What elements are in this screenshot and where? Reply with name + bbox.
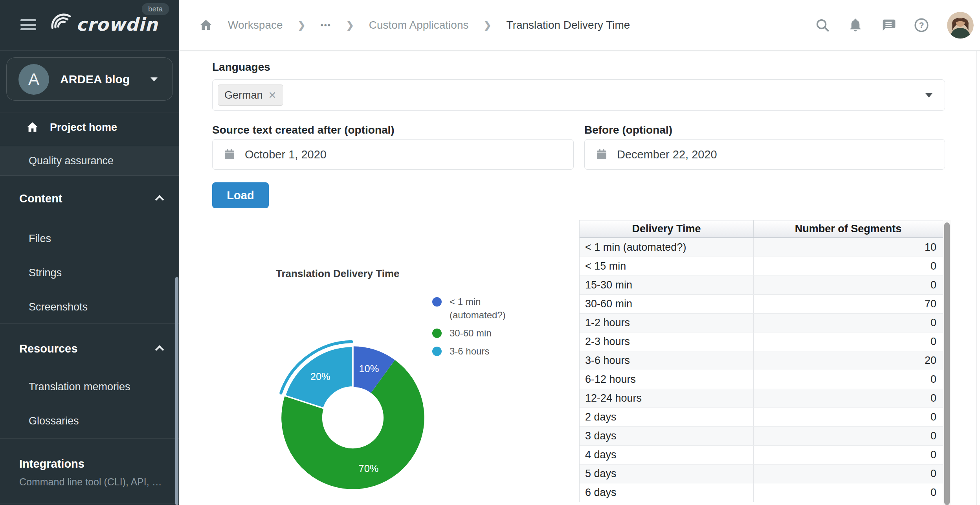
table-row[interactable]: 12-24 hours0	[580, 389, 943, 408]
cell-segments: 0	[754, 446, 943, 464]
legend-item: < 1 min (automated?)	[432, 295, 506, 322]
before-value: December 22, 2020	[617, 148, 717, 161]
created-after-label: Source text created after (optional)	[212, 124, 395, 136]
chevron-down-icon	[150, 77, 158, 81]
chevron-right-icon: ❯	[483, 20, 491, 31]
cell-delivery-time: 6 days	[580, 483, 754, 502]
table-row[interactable]: 15-30 min0	[580, 275, 943, 294]
load-button[interactable]: Load	[212, 182, 269, 208]
main-content: Languages German ✕ Source text created a…	[179, 51, 980, 505]
sidebar-item-translation-memories[interactable]: Translation memories	[0, 378, 179, 395]
legend-label: < 1 min	[450, 295, 506, 309]
cell-delivery-time: 2 days	[580, 408, 754, 426]
sidebar-item-project-home[interactable]: Project home	[0, 115, 179, 140]
column-header-delivery-time[interactable]: Delivery Time	[580, 220, 754, 237]
breadcrumb: Workspace ❯ ••• ❯ Custom Applications ❯ …	[179, 18, 815, 32]
home-icon[interactable]	[199, 18, 213, 32]
table-row[interactable]: 3-6 hours20	[580, 351, 943, 370]
table-row[interactable]: 2 days0	[580, 408, 943, 426]
app-window: crowdin beta A ARDEA blog Project home Q…	[0, 0, 980, 505]
cell-delivery-time: 5 days	[580, 465, 754, 483]
column-header-number-of-segments[interactable]: Number of Segments	[754, 220, 943, 237]
cell-delivery-time: 2-3 hours	[580, 332, 754, 351]
sidebar-item-label: Quality assurance	[29, 155, 114, 167]
calendar-icon	[595, 148, 608, 161]
breadcrumb-current-page: Translation Delivery Time	[507, 19, 630, 31]
cell-delivery-time: 4 days	[580, 446, 754, 464]
chevron-right-icon: ❯	[346, 20, 354, 31]
cell-segments: 0	[754, 389, 943, 408]
table-row[interactable]: 5 days0	[580, 464, 943, 483]
table-row[interactable]: < 15 min0	[580, 257, 943, 275]
table-row[interactable]: 3 days0	[580, 426, 943, 445]
user-avatar[interactable]	[947, 12, 974, 39]
remove-tag-icon[interactable]: ✕	[268, 90, 277, 101]
cell-delivery-time: 1-2 hours	[580, 314, 754, 332]
languages-select[interactable]: German ✕	[212, 79, 945, 111]
project-switcher[interactable]: A ARDEA blog	[6, 57, 173, 101]
breadcrumb-collapsed[interactable]: •••	[321, 21, 331, 30]
divider	[0, 503, 179, 503]
cell-segments: 0	[754, 408, 943, 426]
chevron-right-icon: ❯	[298, 20, 306, 31]
table-row[interactable]: 30-60 min70	[580, 294, 943, 313]
cell-segments: 0	[754, 257, 943, 275]
table-row[interactable]: < 1 min (automated?)10	[580, 238, 943, 257]
sidebar-header: crowdin beta	[0, 0, 179, 51]
chevron-up-icon	[155, 345, 164, 354]
table-row[interactable]: 6-12 hours0	[580, 370, 943, 389]
sidebar-section-resources[interactable]: Resources	[0, 339, 179, 358]
sidebar-item-files[interactable]: Files	[0, 230, 179, 247]
sidebar-section-integrations[interactable]: Integrations	[0, 455, 179, 472]
created-after-input[interactable]: October 1, 2020	[212, 139, 574, 170]
pct-label-teal: 20%	[310, 371, 330, 382]
chevron-up-icon	[155, 195, 164, 204]
beta-badge: beta	[142, 3, 169, 15]
chat-icon[interactable]	[881, 18, 896, 33]
sidebar: crowdin beta A ARDEA blog Project home Q…	[0, 0, 179, 505]
before-input[interactable]: December 22, 2020	[584, 139, 945, 170]
cell-segments: 10	[754, 238, 943, 257]
divider	[0, 323, 179, 324]
topbar-actions: ?	[815, 12, 980, 39]
help-icon[interactable]: ?	[914, 18, 929, 33]
table-row[interactable]: 2-3 hours0	[580, 332, 943, 351]
sidebar-item-label: Glossaries	[29, 415, 79, 427]
cell-segments: 20	[754, 351, 943, 370]
chevron-down-icon	[925, 93, 933, 97]
breadcrumb-workspace[interactable]: Workspace	[228, 19, 283, 31]
brand-wordmark: crowdin	[76, 14, 158, 35]
table-row[interactable]: 1-2 hours0	[580, 313, 943, 332]
hamburger-menu-icon[interactable]	[20, 19, 36, 30]
cell-delivery-time: 3-6 hours	[580, 351, 754, 370]
breadcrumb-custom-applications[interactable]: Custom Applications	[369, 19, 469, 31]
sidebar-item-strings[interactable]: Strings	[0, 264, 179, 281]
sidebar-item-screenshots[interactable]: Screenshots	[0, 298, 179, 316]
page-scrollbar-track	[976, 51, 977, 505]
legend-label: 30-60 min	[450, 327, 492, 340]
legend-dot-blue	[432, 297, 442, 307]
cell-segments: 0	[754, 276, 943, 294]
sidebar-scrollbar[interactable]	[175, 277, 178, 505]
section-header-label: Content	[19, 192, 62, 205]
table-row[interactable]: 6 days0	[580, 483, 943, 502]
sidebar-item-quality-assurance[interactable]: Quality assurance	[0, 146, 179, 176]
crowdin-emblem-icon	[49, 13, 73, 35]
search-icon[interactable]	[815, 18, 830, 33]
sidebar-item-glossaries[interactable]: Glossaries	[0, 412, 179, 430]
legend-item: 3-6 hours	[432, 345, 506, 358]
svg-text:?: ?	[919, 21, 924, 30]
sidebar-item-label: Project home	[50, 121, 117, 134]
sidebar-item-label: Translation memories	[29, 381, 130, 393]
section-header-label: Resources	[19, 342, 77, 355]
sidebar-item-label: Files	[29, 233, 51, 245]
table-row[interactable]: 4 days0	[580, 445, 943, 464]
legend-dot-teal	[432, 347, 442, 356]
cell-segments: 0	[754, 465, 943, 483]
table-scrollbar-thumb[interactable]	[944, 222, 950, 505]
table-header-row: Delivery Time Number of Segments	[580, 220, 943, 238]
crowdin-logo[interactable]: crowdin	[49, 13, 158, 35]
sidebar-section-content[interactable]: Content	[0, 189, 179, 208]
cell-delivery-time: 12-24 hours	[580, 389, 754, 408]
bell-icon[interactable]	[848, 18, 863, 33]
